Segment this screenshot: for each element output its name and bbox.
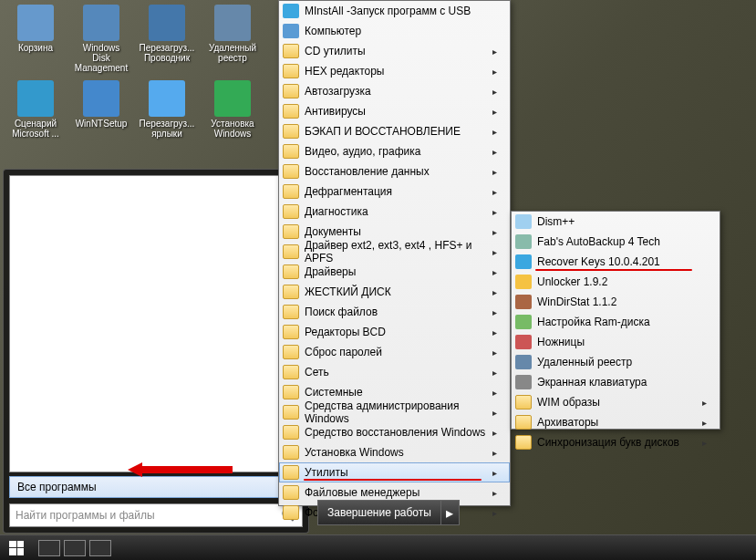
utilities-submenu-item-11[interactable]: Синхронизация букв дисков▸ [512, 432, 720, 452]
icon-label: Корзина [7, 43, 64, 53]
programs-menu-item-0[interactable]: MInstAll -Запуск программ с USB [279, 1, 510, 21]
chevron-right-icon: ▸ [492, 87, 497, 97]
programs-menu-item-16[interactable]: Редакторы BCD▸ [279, 322, 510, 342]
chevron-right-icon: ▸ [492, 127, 497, 137]
icon-label: Перезагруз... Проводник [139, 43, 195, 63]
utilities-submenu-item-6[interactable]: Ножницы [512, 332, 720, 352]
menu-item-label: Восстановление данных [305, 165, 430, 178]
chevron-right-icon: ▸ [492, 67, 497, 77]
programs-menu-item-23[interactable]: Утилиты▸ [279, 462, 510, 482]
desktop-icon-3[interactable]: Удаленный реестр [204, 5, 261, 73]
utilities-submenu-item-5[interactable]: Настройка Ram-диска [512, 312, 720, 332]
utilities-submenu-item-10[interactable]: Архиваторы▸ [512, 412, 720, 432]
programs-menu-item-17[interactable]: Сброс паролей▸ [279, 342, 510, 362]
chevron-right-icon: ▸ [492, 107, 497, 117]
app-icon [214, 80, 251, 117]
folder-icon [283, 345, 299, 359]
programs-menu-item-10[interactable]: Диагностика▸ [279, 202, 510, 222]
desktop-icon-7[interactable]: Установка Windows [204, 80, 261, 139]
app-icon [214, 5, 251, 41]
chevron-right-icon: ▸ [492, 388, 497, 398]
programs-menu-item-14[interactable]: ЖЕСТКИЙ ДИСК▸ [279, 282, 510, 302]
app-icon [515, 375, 532, 389]
taskbar-app-3[interactable] [89, 540, 111, 556]
menu-item-label: Синхронизация букв дисков [537, 436, 679, 449]
chevron-right-icon: ▸ [492, 147, 497, 157]
app-icon [283, 4, 299, 18]
annotation-underline [304, 479, 482, 481]
folder-icon [283, 425, 299, 440]
utilities-submenu-item-1[interactable]: Fab's AutoBackup 4 Tech [512, 232, 720, 252]
chevron-right-icon: ▸ [492, 47, 497, 57]
programs-menu-item-8[interactable]: Восстановление данных▸ [279, 161, 510, 181]
menu-item-label: Сеть [305, 366, 329, 379]
programs-menu-item-1[interactable]: Компьютер [279, 21, 510, 41]
programs-menu-item-13[interactable]: Драйверы▸ [279, 262, 510, 282]
menu-item-label: Компьютер [305, 25, 361, 37]
folder-icon [283, 104, 299, 119]
icon-label: Удаленный реестр [204, 43, 261, 63]
desktop[interactable]: КорзинаWindows Disk ManagementПерезагруз… [0, 0, 756, 560]
utilities-submenu-item-4[interactable]: WinDirStat 1.1.2 [512, 292, 720, 312]
menu-item-label: Поиск файлов [305, 306, 378, 318]
folder-icon [283, 485, 299, 500]
shutdown-options-button[interactable]: ▸ [441, 500, 460, 525]
programs-menu-item-6[interactable]: БЭКАП И ВОССТАНОВЛЕНИЕ▸ [279, 121, 510, 141]
folder-icon [515, 435, 532, 450]
programs-menu-item-18[interactable]: Сеть▸ [279, 362, 510, 382]
desktop-icon-0[interactable]: Корзина [7, 5, 64, 73]
menu-item-label: Экранная клавиатура [537, 376, 647, 389]
folder-icon [283, 144, 299, 159]
shutdown-button[interactable]: Завершение работы [317, 500, 441, 525]
folder-icon [515, 395, 532, 410]
desktop-icon-5[interactable]: WinNTSetup [73, 80, 129, 139]
taskbar-app-1[interactable] [38, 540, 60, 556]
utilities-submenu-item-9[interactable]: WIM образы▸ [512, 392, 720, 412]
programs-menu-item-9[interactable]: Дефрагментация▸ [279, 181, 510, 202]
menu-item-label: Средство восстановления Windows [305, 426, 485, 439]
app-icon [515, 315, 532, 329]
app-icon [515, 295, 532, 309]
desktop-icon-2[interactable]: Перезагруз... Проводник [139, 5, 195, 73]
menu-item-label: Архиваторы [537, 416, 598, 429]
start-button[interactable] [0, 535, 33, 561]
taskbar [0, 534, 756, 560]
programs-menu-item-22[interactable]: Установка Windows▸ [279, 442, 510, 462]
menu-item-label: Редакторы BCD [305, 326, 386, 338]
programs-menu-item-3[interactable]: HEX редакторы▸ [279, 61, 510, 81]
folder-icon [283, 285, 299, 299]
programs-menu-item-20[interactable]: Средства администрирования Windows▸ [279, 402, 510, 422]
app-icon [515, 335, 532, 349]
utilities-submenu-item-3[interactable]: Unlocker 1.9.2 [512, 272, 720, 292]
chevron-right-icon: ▸ [492, 508, 497, 518]
all-programs-button[interactable]: Все программы ▸ [9, 476, 303, 498]
programs-menu-item-12[interactable]: Драйвер ext2, ext3, ext4 , HFS+ и APFS▸ [279, 242, 510, 262]
desktop-icon-4[interactable]: Сценарий Microsoft ... [7, 80, 64, 139]
programs-menu-item-21[interactable]: Средство восстановления Windows▸ [279, 422, 510, 442]
programs-menu-item-2[interactable]: CD утилиты▸ [279, 41, 510, 61]
programs-menu-item-7[interactable]: Видео, аудио, графика▸ [279, 141, 510, 161]
menu-item-label: Антивирусы [305, 105, 366, 118]
chevron-right-icon: ▸ [492, 448, 497, 458]
search-input[interactable]: Найти программы и файлы 🔍 [9, 503, 303, 527]
all-programs-label: Все программы [17, 481, 97, 493]
chevron-right-icon: ▸ [492, 287, 497, 297]
folder-icon [283, 385, 299, 399]
chevron-right-icon: ▸ [446, 504, 453, 522]
desktop-icon-6[interactable]: Перезагруз... ярлыки [139, 80, 195, 139]
utilities-submenu-item-2[interactable]: Recover Keys 10.0.4.201 [512, 252, 720, 272]
desktop-icon-1[interactable]: Windows Disk Management [73, 5, 129, 73]
menu-item-label: CD утилиты [305, 45, 366, 57]
utilities-submenu-item-7[interactable]: Удаленный реестр [512, 352, 720, 372]
app-icon [515, 275, 532, 289]
programs-menu-item-5[interactable]: Антивирусы▸ [279, 101, 510, 121]
utilities-submenu-item-0[interactable]: Dism++ [512, 212, 720, 232]
app-icon [83, 5, 119, 41]
menu-item-label: HEX редакторы [305, 65, 385, 78]
menu-item-label: Диагностика [305, 205, 368, 218]
programs-menu-item-15[interactable]: Поиск файлов▸ [279, 302, 510, 322]
menu-item-label: Установка Windows [305, 446, 404, 459]
utilities-submenu-item-8[interactable]: Экранная клавиатура [512, 372, 720, 392]
programs-menu-item-4[interactable]: Автозагрузка▸ [279, 81, 510, 101]
taskbar-app-2[interactable] [64, 540, 86, 556]
